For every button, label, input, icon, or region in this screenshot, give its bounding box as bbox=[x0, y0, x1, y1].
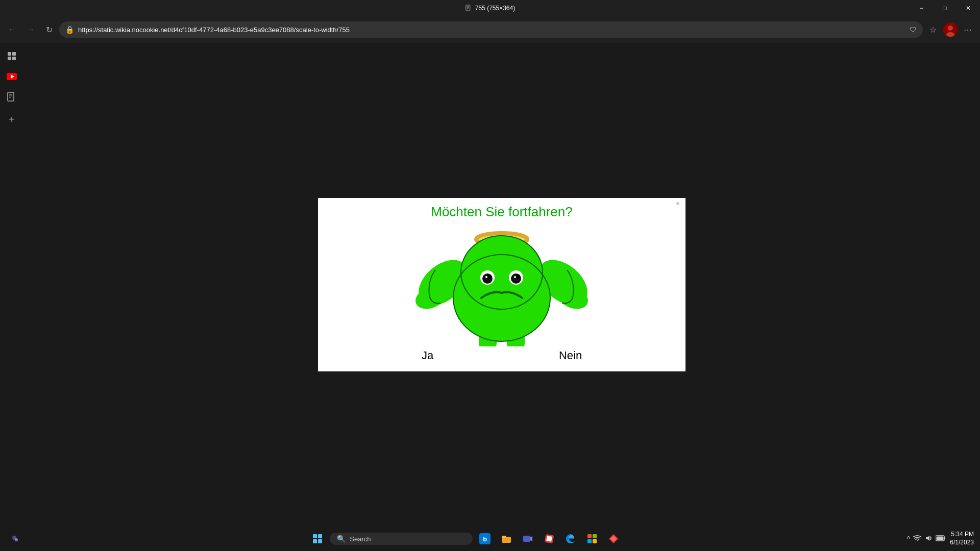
start-button[interactable] bbox=[308, 530, 327, 548]
search-label: Search bbox=[350, 535, 371, 543]
sidebar-collections-button[interactable] bbox=[3, 47, 21, 65]
svg-point-26 bbox=[482, 273, 493, 284]
refresh-button[interactable]: ↻ bbox=[41, 21, 57, 38]
address-text: https://static.wikia.nocookie.net/d4cf10… bbox=[78, 26, 905, 34]
svg-rect-9 bbox=[8, 57, 11, 60]
document-icon bbox=[465, 5, 472, 12]
profile-avatar[interactable] bbox=[943, 22, 958, 37]
taskbar-search-bar[interactable]: 🔍 Search bbox=[330, 533, 473, 545]
svg-rect-46 bbox=[587, 534, 592, 538]
svg-rect-48 bbox=[587, 539, 592, 543]
svg-point-30 bbox=[511, 273, 521, 284]
bing-button[interactable]: b bbox=[476, 530, 494, 548]
svg-rect-10 bbox=[12, 57, 16, 60]
svg-rect-33 bbox=[479, 334, 497, 346]
answer-labels: Ja Nein bbox=[318, 349, 685, 362]
svg-rect-45 bbox=[547, 536, 553, 542]
svg-point-39 bbox=[15, 538, 18, 541]
svg-rect-34 bbox=[507, 334, 525, 346]
creature-area bbox=[389, 224, 614, 346]
svg-point-31 bbox=[516, 274, 520, 279]
svg-rect-47 bbox=[593, 534, 597, 538]
clock[interactable]: 5:34 PM 6/1/2023 bbox=[950, 531, 974, 546]
label-nein: Nein bbox=[559, 349, 582, 362]
svg-point-28 bbox=[485, 276, 487, 278]
show-hidden-icon[interactable]: ^ bbox=[907, 535, 911, 543]
teams-button[interactable] bbox=[519, 530, 537, 548]
close-button[interactable]: ✕ bbox=[957, 0, 980, 16]
settings-button[interactable]: ⋯ bbox=[960, 21, 976, 38]
minimize-button[interactable]: − bbox=[910, 0, 933, 16]
sidebar-document-button[interactable] bbox=[3, 88, 21, 106]
lock-icon: 🔒 bbox=[65, 26, 74, 34]
clock-date: 6/1/2023 bbox=[950, 539, 974, 547]
edge-button[interactable] bbox=[561, 530, 580, 548]
taskbar: 🔍 Search b bbox=[0, 527, 980, 551]
forward-button[interactable]: → bbox=[22, 21, 39, 38]
title-bar-controls: − □ ✕ bbox=[910, 0, 980, 16]
clock-time: 5:34 PM bbox=[950, 531, 974, 539]
security-icon: 🛡 bbox=[910, 26, 917, 34]
weather-widget-button[interactable] bbox=[6, 530, 24, 548]
sidebar: + bbox=[0, 43, 23, 527]
svg-rect-53 bbox=[944, 537, 945, 539]
svg-marker-43 bbox=[530, 536, 532, 541]
diamond-button[interactable] bbox=[604, 530, 623, 548]
favorites-button[interactable]: ☆ bbox=[925, 21, 941, 38]
corner-dot bbox=[676, 202, 679, 205]
taskbar-center: 🔍 Search b bbox=[28, 530, 904, 548]
address-bar[interactable]: 🔒 https://static.wikia.nocookie.net/d4cf… bbox=[59, 21, 923, 38]
main-area: Möchten Sie fortfahren? bbox=[23, 43, 980, 527]
window-title: 755 (755×364) bbox=[475, 5, 515, 12]
taskbar-right: ^ bbox=[907, 531, 974, 546]
svg-rect-54 bbox=[937, 537, 944, 540]
image-container: Möchten Sie fortfahren? bbox=[318, 198, 685, 371]
taskbar-left bbox=[6, 530, 24, 548]
svg-rect-49 bbox=[593, 539, 597, 543]
sidebar-youtube-button[interactable] bbox=[3, 67, 21, 86]
svg-point-27 bbox=[487, 274, 492, 279]
svg-rect-8 bbox=[12, 52, 16, 56]
system-tray: ^ bbox=[907, 534, 946, 544]
browser-chrome: ← → ↻ 🔒 https://static.wikia.nocookie.ne… bbox=[0, 16, 980, 43]
svg-rect-7 bbox=[8, 52, 11, 56]
store-button[interactable] bbox=[583, 530, 601, 548]
volume-icon[interactable] bbox=[924, 534, 933, 544]
battery-icon[interactable] bbox=[936, 535, 946, 543]
windows-logo bbox=[313, 534, 322, 543]
svg-point-32 bbox=[514, 276, 516, 278]
svg-rect-42 bbox=[523, 536, 530, 542]
browser-actions: ☆ ⋯ bbox=[925, 21, 976, 38]
roblox-button[interactable] bbox=[540, 530, 558, 548]
creature-svg bbox=[389, 224, 614, 346]
title-bar: 755 (755×364) − □ ✕ bbox=[0, 0, 980, 16]
back-button[interactable]: ← bbox=[4, 21, 20, 38]
wifi-icon[interactable] bbox=[913, 535, 921, 543]
image-title: Möchten Sie fortfahren? bbox=[431, 204, 573, 220]
file-explorer-button[interactable] bbox=[497, 530, 516, 548]
label-ja: Ja bbox=[422, 349, 433, 362]
maximize-button[interactable]: □ bbox=[933, 0, 957, 16]
sidebar-add-button[interactable]: + bbox=[3, 110, 21, 129]
svg-rect-41 bbox=[502, 536, 506, 538]
search-icon: 🔍 bbox=[337, 535, 346, 543]
svg-point-5 bbox=[948, 26, 953, 31]
svg-rect-13 bbox=[8, 92, 14, 101]
